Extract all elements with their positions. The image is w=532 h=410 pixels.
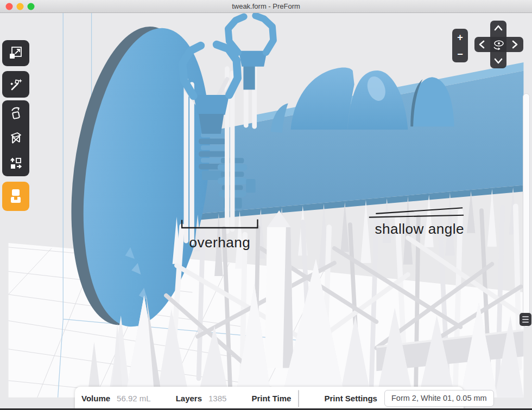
zoom-out-button[interactable]: − [452, 46, 468, 62]
rotate-icon [9, 106, 23, 120]
rotate-tool-button[interactable] [2, 100, 29, 125]
printer-icon [8, 188, 23, 204]
minimize-button[interactable] [17, 3, 24, 10]
supports-icon [9, 131, 23, 145]
layer-slider-handle[interactable] [520, 313, 531, 326]
print-time-box: -- [298, 390, 299, 407]
layers-label: Layers [176, 394, 202, 403]
magic-wand-icon [9, 78, 23, 92]
scale-icon [9, 46, 23, 60]
volume-value: 56.92 mL [117, 394, 151, 403]
shallow-angle-label: shallow angle [375, 221, 464, 237]
print-job-button[interactable] [2, 182, 29, 211]
view-navigator [473, 20, 523, 69]
scene-canvas[interactable]: overhang shallow angle [0, 13, 532, 410]
zoom-controls: + − [452, 29, 468, 62]
tool-group [2, 100, 29, 176]
title-bar: tweak.form - PreForm [0, 0, 532, 13]
scale-tool-button[interactable] [2, 40, 29, 66]
traffic-lights [5, 2, 37, 11]
close-button[interactable] [6, 3, 13, 10]
print-settings-selector[interactable]: Form 2, White 01, 0.05 mm [384, 390, 494, 407]
print-time-value: -- [299, 390, 299, 407]
layers-value: 1385 [208, 394, 226, 403]
one-click-print-button[interactable] [2, 71, 29, 98]
layout-tool-button[interactable] [2, 151, 29, 176]
layout-icon [9, 157, 23, 171]
overhang-label: overhang [189, 234, 250, 251]
layer-slider-track[interactable] [523, 93, 530, 328]
print-settings-label: Print Settings [324, 394, 377, 403]
window-title: tweak.form - PreForm [0, 0, 532, 13]
maximize-button[interactable] [28, 3, 35, 10]
volume-label: Volume [81, 394, 110, 403]
status-bar: Volume 56.92 mL Layers 1385 Print Time -… [75, 387, 464, 410]
preform-window: tweak.form - PreForm [0, 0, 532, 410]
zoom-in-button[interactable]: + [452, 29, 468, 46]
viewport-3d: overhang shallow angle [0, 13, 532, 410]
print-time-label: Print Time [251, 394, 291, 403]
supports-tool-button[interactable] [2, 126, 29, 151]
